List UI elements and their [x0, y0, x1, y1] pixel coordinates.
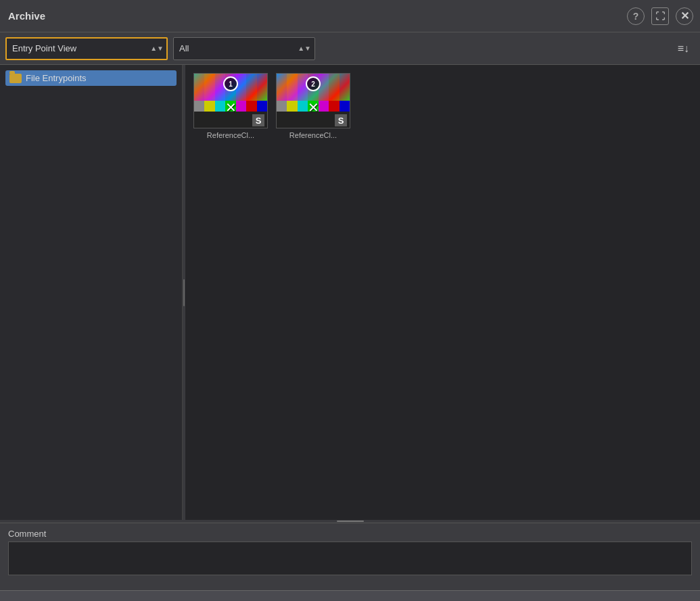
title-bar: Archive ? ⛶ ✕: [0, 0, 700, 32]
clip-thumb-content: 1 ✕ S: [194, 74, 267, 128]
sort-button[interactable]: ≡↓: [672, 40, 695, 57]
clip-s-badge-1: S: [252, 114, 264, 126]
file-entrypoints-item[interactable]: File Entrypoints: [5, 70, 177, 86]
window-title: Archive: [8, 10, 45, 22]
clip-label-1: ReferenceCl...: [193, 131, 268, 139]
comment-textarea[interactable]: [8, 542, 692, 575]
clip-badge-2: 2: [306, 76, 321, 91]
title-bar-controls: ? ⛶ ✕: [627, 7, 693, 25]
clip-label-2: ReferenceCl...: [276, 131, 350, 139]
clip-person-icon-2: ✕: [308, 99, 319, 116]
comment-label: Comment: [8, 529, 692, 539]
filter-dropdown[interactable]: All Video Audio Image: [173, 37, 315, 60]
right-panel: 1 ✕ S ReferenceCl...: [185, 65, 700, 520]
folder-icon: [9, 74, 22, 83]
clip-thumbnail: 1 ✕ S: [193, 73, 268, 128]
file-entrypoints-label: File Entrypoints: [26, 73, 87, 83]
clip-s-badge-2: S: [335, 114, 347, 126]
clip-item[interactable]: 2 ✕ S ReferenceCl...: [276, 73, 350, 139]
panel-divider[interactable]: [183, 65, 185, 520]
import-archive-button[interactable]: Import Archive: [0, 590, 700, 601]
left-panel: File Entrypoints: [0, 65, 183, 520]
expand-button[interactable]: ⛶: [651, 7, 669, 25]
comment-section: Comment: [0, 523, 700, 590]
view-dropdown[interactable]: Entry Point View Clip View Timeline View: [5, 37, 168, 60]
clip-person-icon-1: ✕: [225, 99, 237, 116]
clip-item[interactable]: 1 ✕ S ReferenceCl...: [193, 73, 268, 139]
close-button[interactable]: ✕: [676, 7, 693, 25]
clip-badge-1: 1: [223, 76, 238, 91]
filter-dropdown-wrapper[interactable]: All Video Audio Image ▲▼: [173, 37, 315, 60]
toolbar: Entry Point View Clip View Timeline View…: [0, 32, 700, 65]
sort-icon: ≡↓: [678, 43, 689, 55]
main-content: File Entrypoints: [0, 65, 700, 520]
help-button[interactable]: ?: [627, 7, 645, 25]
clip-thumbnail: 2 ✕ S: [276, 73, 350, 128]
clip-thumb-content: 2 ✕ S: [277, 74, 350, 128]
view-dropdown-wrapper[interactable]: Entry Point View Clip View Timeline View…: [5, 37, 168, 60]
